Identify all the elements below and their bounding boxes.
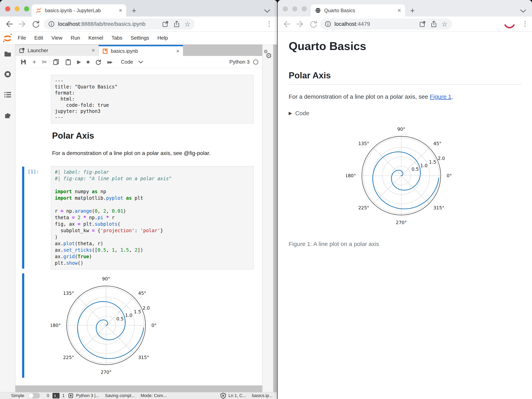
- browser-toolbar: localhost:4479 ☆ ⋮: [278, 17, 532, 31]
- extension-manager-icon[interactable]: [4, 111, 12, 119]
- file-browser-icon[interactable]: [4, 50, 12, 57]
- run-cell-icon[interactable]: ▶: [77, 59, 81, 65]
- minimize-window-button[interactable]: [292, 6, 297, 12]
- simple-mode-label: Simple: [11, 393, 24, 398]
- forward-icon[interactable]: [18, 19, 27, 29]
- close-window-button[interactable]: [283, 6, 288, 12]
- svg-text:180°: 180°: [346, 173, 356, 178]
- open-in-new-icon[interactable]: [162, 20, 169, 28]
- code-fold-toggle[interactable]: ▶ Code: [289, 110, 309, 117]
- cell-type-select[interactable]: Code: [121, 59, 133, 65]
- menu-run[interactable]: Run: [71, 35, 80, 41]
- quarto-browser-window: Quarto Basics × + localhost:4479 ☆ ⋮ Qua…: [278, 0, 532, 399]
- jupyterlab-app: File Edit View Run Kernel Tabs Settings …: [0, 31, 277, 399]
- code-line: fig, ax = plt.subplots(: [55, 221, 250, 227]
- address-bar[interactable]: localhost:8888/lab/tree/basics.ipynb ☆: [44, 18, 195, 30]
- menu-edit[interactable]: Edit: [34, 35, 43, 41]
- kernel-name: Python 3: [229, 59, 250, 65]
- chevron-down-icon[interactable]: [520, 9, 526, 13]
- window-controls[interactable]: [283, 6, 307, 12]
- code-line: #| label: fig-polar: [55, 169, 250, 175]
- site-info-icon[interactable]: [48, 21, 55, 27]
- notebook-content[interactable]: ---title: "Quarto Basics"format: html: c…: [15, 68, 262, 385]
- address-bar[interactable]: localhost:4479 ☆: [320, 18, 452, 30]
- saving-status: Saving compl...: [105, 393, 135, 398]
- copy-cells-icon[interactable]: [53, 59, 59, 65]
- code-line: theta = 2 * np.pi * r: [55, 215, 250, 221]
- terminal-count[interactable]: 0: [47, 393, 49, 398]
- active-filename[interactable]: basics.ip...: [252, 393, 272, 398]
- svg-text:135°: 135°: [63, 291, 74, 296]
- running-kernels-icon[interactable]: [4, 71, 12, 78]
- close-tab-icon[interactable]: ×: [398, 7, 401, 14]
- kernel-status-text[interactable]: Python 3 |...: [76, 393, 99, 398]
- svg-text:0.5: 0.5: [412, 167, 419, 172]
- output-collapser[interactable]: [22, 273, 24, 378]
- close-tab-icon[interactable]: ×: [119, 7, 122, 14]
- restart-kernel-icon[interactable]: [95, 59, 102, 65]
- yaml-line: title: "Quarto Basics": [55, 84, 250, 90]
- notebook-paragraph: For a demonstration of a line plot on a …: [52, 150, 211, 156]
- menu-help[interactable]: Help: [157, 35, 168, 41]
- svg-text:1.5: 1.5: [429, 160, 436, 165]
- chevron-down-icon[interactable]: [264, 9, 271, 13]
- table-of-contents-icon[interactable]: [4, 91, 12, 98]
- reload-icon[interactable]: [31, 19, 41, 29]
- close-window-button[interactable]: [5, 6, 10, 12]
- save-icon[interactable]: [20, 59, 27, 65]
- paste-cells-icon[interactable]: [65, 59, 72, 65]
- browser-tab[interactable]: basics.ipynb - JupyterLab ×: [32, 4, 126, 17]
- code-cell[interactable]: #| label: fig-polar#| fig-cap: "A line p…: [51, 166, 253, 270]
- menu-kernel[interactable]: Kernel: [88, 35, 103, 41]
- reload-icon[interactable]: [309, 19, 318, 29]
- maximize-window-button[interactable]: [24, 6, 29, 12]
- menu-view[interactable]: View: [51, 35, 63, 41]
- simple-mode-toggle[interactable]: [28, 393, 40, 399]
- chevron-down-icon[interactable]: [138, 61, 143, 64]
- back-icon[interactable]: [4, 19, 14, 29]
- window-controls[interactable]: [5, 6, 29, 12]
- kernel-count[interactable]: 1: [62, 393, 65, 398]
- maximize-window-button[interactable]: [302, 6, 307, 12]
- browser-menu-icon[interactable]: ⋮: [522, 20, 528, 28]
- svg-text:270°: 270°: [101, 370, 111, 375]
- minimize-window-button[interactable]: [15, 6, 20, 12]
- profile-avatar[interactable]: [504, 25, 515, 29]
- share-icon[interactable]: [430, 20, 437, 28]
- polar-plot: 0°45°90°135°180°225°270°315°0.51.01.52.0: [51, 270, 161, 381]
- close-tab-icon[interactable]: ×: [92, 47, 95, 54]
- open-in-new-icon[interactable]: [419, 20, 426, 28]
- tab-launcher-label: Launcher: [28, 48, 92, 53]
- new-tab-button[interactable]: +: [410, 7, 415, 15]
- menu-file[interactable]: File: [18, 35, 26, 41]
- tab-notebook[interactable]: basics.ipynb ×: [99, 45, 183, 56]
- interrupt-kernel-icon[interactable]: ■: [87, 59, 90, 65]
- trust-shield-icon[interactable]: [220, 393, 226, 399]
- browser-tab[interactable]: Quarto Basics ×: [311, 4, 405, 17]
- mode-indicator[interactable]: Mode: Com...: [141, 393, 167, 398]
- back-icon[interactable]: [282, 19, 291, 29]
- share-icon[interactable]: [173, 20, 180, 28]
- cut-cells-icon[interactable]: ✂: [42, 58, 47, 66]
- new-tab-button[interactable]: +: [132, 7, 136, 15]
- restart-run-all-icon[interactable]: ▶▶: [107, 60, 112, 64]
- close-tab-icon[interactable]: ×: [176, 48, 179, 54]
- kernel-indicator[interactable]: Python 3: [229, 59, 262, 65]
- menu-tabs[interactable]: Tabs: [111, 35, 122, 41]
- bookmark-star-icon[interactable]: ☆: [184, 20, 190, 28]
- browser-menu-icon[interactable]: ⋮: [266, 20, 272, 28]
- figure-link[interactable]: Figure 1: [430, 93, 451, 100]
- active-cell-indicator[interactable]: [22, 167, 24, 269]
- forward-icon[interactable]: [295, 19, 305, 29]
- yaml-cell[interactable]: ---title: "Quarto Basics"format: html: c…: [51, 75, 253, 123]
- scrollbar[interactable]: [273, 44, 277, 392]
- add-cell-icon[interactable]: +: [32, 58, 36, 66]
- site-info-icon[interactable]: [325, 21, 331, 27]
- tab-launcher[interactable]: Launcher ×: [15, 45, 99, 56]
- cursor-position[interactable]: Ln 1, C...: [228, 393, 246, 398]
- bookmark-star-icon[interactable]: ☆: [442, 20, 448, 28]
- body-paragraph: For a demonstration of a line plot on a …: [289, 93, 453, 100]
- menu-settings[interactable]: Settings: [131, 35, 149, 41]
- browser-tab-title: basics.ipynb - JupyterLab: [45, 8, 116, 13]
- svg-text:1.0: 1.0: [125, 313, 132, 318]
